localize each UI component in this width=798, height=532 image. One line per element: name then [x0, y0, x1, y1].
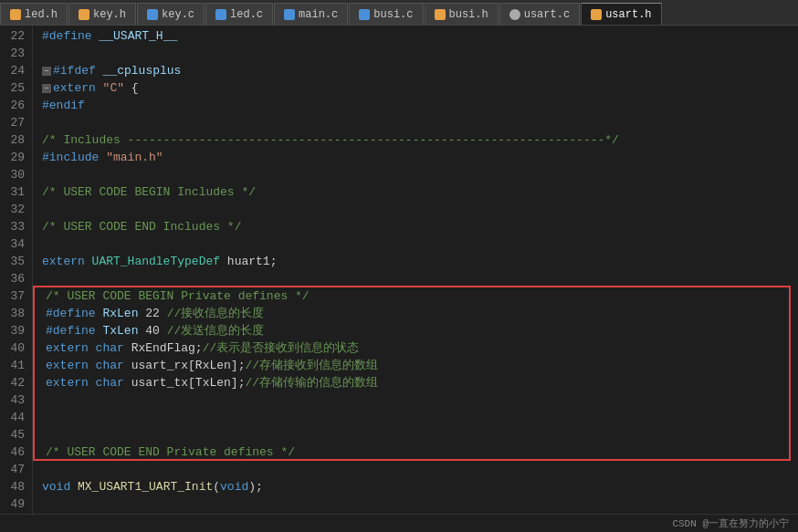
code-line-34: [42, 235, 798, 253]
code-text: huart1;: [227, 253, 278, 270]
code-line-24: – #ifdef __cplusplus: [42, 62, 798, 79]
code-line-26: #endif: [42, 97, 798, 114]
tab-icon-key-h: [79, 9, 89, 20]
tab-usart-c[interactable]: usart.c: [499, 3, 580, 25]
code-line-31: /* USER CODE BEGIN Includes */: [42, 183, 798, 201]
code-text: char: [96, 357, 131, 374]
code-line-22: #define __USART_H__: [42, 27, 798, 45]
tab-icon-led-h: [10, 9, 21, 20]
code-line-49: [42, 495, 798, 513]
code-text: extern: [46, 339, 96, 357]
code-text: MX_USART1_UART_Init: [78, 478, 213, 495]
code-line-43: [42, 391, 798, 409]
code-line-42: extern char usart_tx[TxLen];//存储传输的信息的数组: [42, 374, 798, 391]
code-text: 40: [145, 322, 166, 339]
code-text: //接收信息的长度: [167, 305, 265, 322]
code-line-38: #define RxLen 22 //接收信息的长度: [42, 305, 798, 322]
code-text: usart_rx[RxLen];: [131, 357, 246, 374]
code-text: #define: [46, 322, 102, 339]
code-line-33: /* USER CODE END Includes */: [42, 218, 798, 235]
tab-icon-busi-c: [359, 9, 370, 20]
code-line-30: [42, 166, 798, 183]
code-text: UART_HandleTypeDef: [92, 253, 227, 270]
tab-label-key-h: key.h: [93, 8, 126, 21]
tab-label-led-h: led.h: [25, 8, 58, 21]
tab-key-c[interactable]: key.c: [137, 3, 205, 25]
code-line-41: extern char usart_rx[RxLen];//存储接收到信息的数组: [42, 357, 798, 374]
code-line-47: [42, 461, 798, 478]
code-text: //表示是否接收到信息的状态: [203, 339, 360, 357]
code-text: /* USER CODE BEGIN Includes */: [42, 183, 256, 201]
code-text: __cplusplus: [103, 62, 182, 79]
code-text: //存储接收到信息的数组: [245, 357, 378, 374]
code-text: TxLen: [102, 322, 145, 339]
fold-icon-24[interactable]: –: [42, 67, 51, 76]
tab-busi-c[interactable]: busi.c: [349, 3, 423, 25]
tab-icon-usart-c: [509, 9, 520, 20]
code-line-28: /* Includes ----------------------------…: [42, 131, 798, 149]
code-text: #define: [46, 305, 102, 322]
tab-label-main-c: main.c: [299, 8, 338, 21]
tab-main-c[interactable]: main.c: [274, 3, 348, 25]
code-text: 22: [145, 305, 166, 322]
code-line-35: extern UART_HandleTypeDef huart1;: [42, 253, 798, 270]
code-text: /* USER CODE END Private defines */: [46, 443, 295, 461]
code-text: "main.h": [106, 149, 163, 166]
code-line-40: extern char RxEndFlag;//表示是否接收到信息的状态: [42, 339, 798, 357]
code-text: );: [248, 478, 263, 495]
tab-icon-led-c: [215, 9, 226, 20]
footer: CSDN @一直在努力的小宁: [0, 514, 798, 532]
code-text: extern: [46, 374, 96, 391]
tab-label-busi-h: busi.h: [449, 8, 488, 21]
code-text: __USART_H__: [99, 27, 177, 45]
tab-icon-key-c: [147, 9, 158, 20]
tab-label-led-c: led.c: [230, 8, 263, 21]
tab-label-usart-h: usart.h: [605, 8, 651, 21]
code-text: RxLen: [102, 305, 145, 322]
fold-icon-25[interactable]: –: [42, 84, 51, 93]
code-area: 22 23 24 25 26 27 28 29 30 31 32 33 34 3…: [0, 26, 798, 514]
tab-label-usart-c: usart.c: [524, 8, 570, 21]
code-line-36: [42, 270, 798, 287]
tab-key-h[interactable]: key.h: [68, 3, 136, 25]
code-line-39: #define TxLen 40 //发送信息的长度: [42, 322, 798, 339]
code-text: #ifdef: [53, 62, 103, 79]
code-text: //发送信息的长度: [167, 322, 265, 339]
code-line-48: void MX_USART1_UART_Init(void);: [42, 478, 798, 495]
tab-usart-h[interactable]: usart.h: [581, 3, 661, 25]
tab-label-key-c: key.c: [162, 8, 194, 21]
code-text: (: [213, 478, 220, 495]
tab-led-c[interactable]: led.c: [205, 3, 273, 25]
code-line-32: [42, 201, 798, 218]
tab-led-h[interactable]: led.h: [0, 3, 68, 25]
code-text: extern: [53, 79, 103, 97]
code-text: #define: [42, 27, 99, 45]
line-numbers: 22 23 24 25 26 27 28 29 30 31 32 33 34 3…: [0, 26, 33, 514]
code-text: /* Includes ----------------------------…: [42, 131, 619, 149]
code-text: extern: [42, 253, 92, 270]
code-text: char: [96, 339, 131, 357]
code-text: //存储传输的信息的数组: [245, 374, 378, 391]
code-content: #define __USART_H__ – #ifdef __cplusplus…: [33, 26, 798, 514]
code-line-29: #include "main.h": [42, 149, 798, 166]
code-line-45: [42, 426, 798, 443]
code-text: usart_tx[TxLen];: [131, 374, 246, 391]
code-text: /* USER CODE BEGIN Private defines */: [46, 287, 310, 305]
footer-credit: CSDN @一直在努力的小宁: [672, 518, 789, 529]
code-line-25: – extern "C" {: [42, 79, 798, 97]
code-line-44: [42, 409, 798, 426]
code-text: char: [96, 374, 131, 391]
tab-icon-busi-h: [435, 9, 446, 20]
code-line-27: [42, 114, 798, 131]
code-text: #endif: [42, 97, 85, 114]
code-text: #include: [42, 149, 106, 166]
code-text: void: [42, 478, 78, 495]
tab-label-busi-c: busi.c: [373, 8, 413, 21]
code-line-37: /* USER CODE BEGIN Private defines */: [42, 287, 798, 305]
code-text: RxEndFlag;: [131, 339, 203, 357]
code-line-23: [42, 45, 798, 62]
code-text: extern: [46, 357, 96, 374]
code-line-46: /* USER CODE END Private defines */: [42, 443, 798, 461]
tab-bar: led.h key.h key.c led.c main.c busi.c bu…: [0, 0, 798, 26]
tab-busi-h[interactable]: busi.h: [425, 3, 499, 25]
